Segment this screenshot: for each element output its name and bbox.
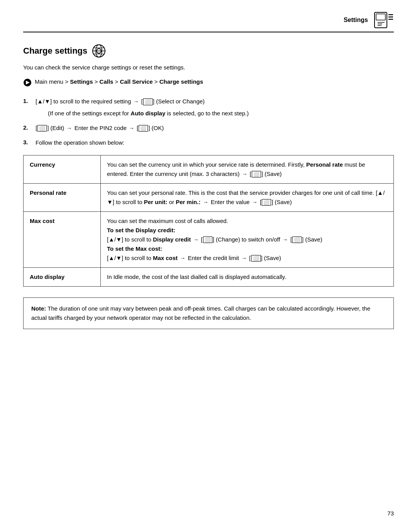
step-1: 1. [▲/▼] to scroll to the required setti… xyxy=(23,97,394,118)
table-row-currency: Currency You can set the currency unit i… xyxy=(24,155,394,183)
max-cost-label: Max cost xyxy=(24,211,101,267)
header-title: Settings xyxy=(344,17,368,24)
step-1-sub: (If one of the settings except for Auto … xyxy=(48,109,249,118)
step-2-content: [⬜] (Edit) → Enter the PIN2 code → [⬜] (… xyxy=(36,123,164,133)
btn-save-max: ⬜ xyxy=(251,255,261,262)
btn-edit: ⬜ xyxy=(37,125,47,132)
btn-save-display: ⬜ xyxy=(292,236,302,243)
auto-display-label: Auto display xyxy=(24,267,101,286)
step-number-3: 3. xyxy=(23,138,31,147)
nav-text: Main menu > Settings > Calls > Call Serv… xyxy=(35,78,203,86)
table-row-auto-display: Auto display In Idle mode, the cost of t… xyxy=(24,267,394,286)
header: Settings xyxy=(23,12,394,32)
step-number-1: 1. xyxy=(23,97,31,118)
page-title: Charge settings xyxy=(23,46,87,56)
btn-ok: ⬜ xyxy=(139,125,148,132)
step-2: 2. [⬜] (Edit) → Enter the PIN2 code → [⬜… xyxy=(23,123,394,133)
btn-change-display: ⬜ xyxy=(203,236,212,243)
step-3: 3. Follow the operation shown below: xyxy=(23,138,394,147)
page-number: 73 xyxy=(387,510,394,517)
phone-icon xyxy=(374,12,394,29)
nav-arrow-icon xyxy=(23,78,32,90)
settings-icon xyxy=(92,44,106,58)
step-3-content: Follow the operation shown below: xyxy=(36,138,124,147)
auto-display-description: In Idle mode, the cost of the last diall… xyxy=(101,267,394,286)
currency-label: Currency xyxy=(24,155,101,183)
page-container: Settings Charge settings xyxy=(0,0,417,532)
note-text: Note: The duration of one unit may vary … xyxy=(31,305,370,321)
settings-table: Currency You can set the currency unit i… xyxy=(23,155,394,287)
personal-rate-description: You can set your personal rate. This is … xyxy=(101,183,394,211)
personal-rate-label: Personal rate xyxy=(24,183,101,211)
btn-save-rate: ⬜ xyxy=(262,199,271,206)
step-number-2: 2. xyxy=(23,123,31,133)
currency-description: You can set the currency unit in which y… xyxy=(101,155,394,183)
nav-path: Main menu > Settings > Calls > Call Serv… xyxy=(23,78,394,90)
intro-text: You can check the service charge setting… xyxy=(23,63,394,72)
svg-rect-1 xyxy=(376,14,385,20)
max-cost-description: You can set the maximum cost of calls al… xyxy=(101,211,394,267)
table-row-personal-rate: Personal rate You can set your personal … xyxy=(24,183,394,211)
steps-container: 1. [▲/▼] to scroll to the required setti… xyxy=(23,97,394,147)
table-row-max-cost: Max cost You can set the maximum cost of… xyxy=(24,211,394,267)
step-1-content: [▲/▼] to scroll to the required setting … xyxy=(36,97,249,118)
page-title-row: Charge settings xyxy=(23,44,394,58)
btn-select: ⬜ xyxy=(143,98,153,105)
btn-save-currency: ⬜ xyxy=(252,171,261,178)
note-box: Note: The duration of one unit may vary … xyxy=(23,297,394,329)
